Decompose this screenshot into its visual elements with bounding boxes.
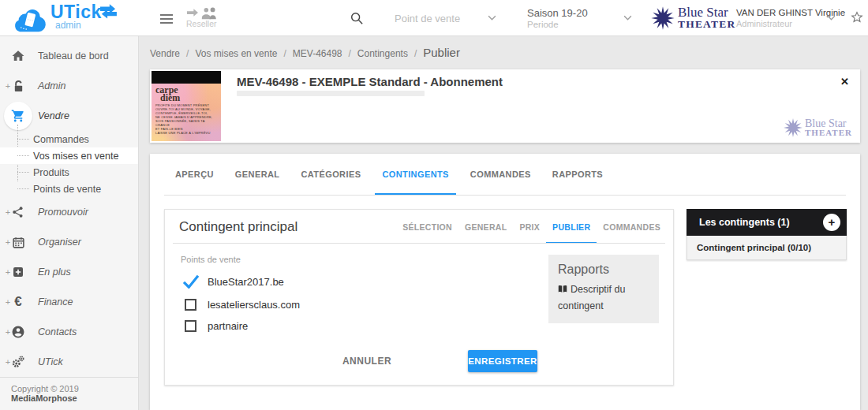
starburst-icon [783,117,803,138]
rapports-title: Rapports [558,263,649,277]
org-name-line1: Blue Star [678,6,735,19]
rapport-descriptif-link[interactable]: Descriptif du contingent [558,281,649,314]
checkbox-lesateliersclaus[interactable]: lesateliersclaus.com [182,295,300,314]
lock-icon [10,78,26,94]
breadcrumb-mev[interactable]: MEV-46498 [293,48,342,59]
breadcrumb-vendre[interactable]: Vendre [150,48,180,59]
tab-contingents[interactable]: CONTINGENTS [382,154,448,195]
app-logo[interactable]: UTick admin [11,2,118,34]
breadcrumb-contingents[interactable]: Contingents [357,48,408,59]
sidebar-item-finance[interactable]: + € Finance [0,287,138,317]
tab-rapports[interactable]: RAPPORTS [552,154,603,195]
contingent-tabs: SÉLECTION GENERAL PRIX PUBLIER COMMANDES [402,210,660,244]
close-icon[interactable]: ✕ [840,76,849,88]
event-poster-image: carpe diem PROFITE DU MOMENT PRÉSENT OUV… [152,71,221,141]
breadcrumb-separator: / [349,48,351,59]
chevron-down-icon[interactable] [488,15,496,20]
checkbox-partnaire[interactable]: partnaire [182,316,248,335]
euro-icon: € [10,294,26,310]
period-dropdown[interactable]: Saison 19-20 Periode [527,7,588,29]
sidebar-item-vendre[interactable]: × Vendre [0,101,138,131]
search-icon[interactable] [350,11,364,25]
cloud-logo-icon [11,2,49,34]
save-button[interactable]: ENREGISTRER [468,350,537,372]
tab-apercu[interactable]: APERÇU [175,154,214,195]
sidebar-item-en-plus[interactable]: + En plus [0,257,138,287]
contingent-list-item[interactable]: Contingent principal (0/10) [687,236,847,260]
sidebar-item-points-de-vente[interactable]: Points de vente [0,181,138,197]
sidebar-item-label: UTick [38,356,63,367]
sidebar-item-organiser[interactable]: + Organiser [0,227,138,257]
pos-filter-dropdown[interactable]: Point de vente [395,13,460,24]
checked-checkbox-icon [182,274,200,289]
checkbox-label: partnaire [208,320,248,332]
sidebar: Tableau de bord + Admin × Vendre Command… [0,36,139,410]
subtab-publier[interactable]: PUBLIER [552,210,590,244]
breadcrumb-separator: / [414,48,417,59]
calendar-icon [10,234,26,250]
sidebar-item-label: Vendre [38,110,69,121]
share-icon [10,204,26,220]
sidebar-item-tableau-de-bord[interactable]: Tableau de bord [0,41,138,71]
gears-icon [10,354,26,370]
tab-categories[interactable]: CATÉGORIES [301,154,361,195]
organization-logo: Blue Star THEATER [650,6,735,31]
event-title: MEV-46498 - EXEMPLE Standard - Abonnemen… [237,75,503,88]
sidebar-item-label: Promouvoir [38,207,88,218]
active-icon-circle [4,102,32,130]
sales-progress-bar [237,91,425,96]
sidebar-item-label: Finance [38,296,73,308]
sidebar-item-produits[interactable]: Produits [0,164,138,181]
home-icon [10,48,26,64]
top-bar: UTick admin Reseller Point de vente Sais… [0,0,868,36]
arrow-right-icon [186,9,198,17]
cancel-button[interactable]: ANNULER [336,350,398,372]
tab-commandes[interactable]: COMMANDES [470,154,531,195]
add-contingent-button[interactable]: + [823,214,840,231]
starburst-icon [650,6,675,31]
copyright-brand: MediaMorphose [11,393,77,403]
subtab-commandes[interactable]: COMMANDES [603,210,660,244]
sidebar-item-contacts[interactable]: + Contacts [0,317,138,347]
main-tabs: APERÇU GENERAL CATÉGORIES CONTINGENTS CO… [164,154,846,196]
checkbox-label: BlueStar2017.be [208,276,284,288]
period-label: Periode [527,20,588,29]
mev-detail-card: APERÇU GENERAL CATÉGORIES CONTINGENTS CO… [150,154,860,410]
subtab-prix[interactable]: PRIX [519,210,540,244]
sidebar-item-admin[interactable]: + Admin [0,71,138,101]
menu-toggle-icon[interactable] [160,14,173,26]
sidebar-item-label: En plus [38,266,71,278]
copyright-footer: Copyright © 2019 MediaMorphose [0,377,138,410]
contingents-panel: Les contingents (1) + Contingent princip… [687,209,847,260]
subtab-selection[interactable]: SÉLECTION [402,210,452,244]
reseller-label: Reseller [186,19,218,28]
logo-arrows-icon [99,3,118,19]
reseller-shortcut[interactable]: Reseller [186,6,218,28]
rapports-box: Rapports Descriptif du contingent [548,255,659,323]
sidebar-item-label: Tableau de bord [38,50,109,62]
unchecked-checkbox-icon [185,320,196,332]
sidebar-item-label: Contacts [38,326,77,337]
sidebar-item-label: Admin [38,80,65,91]
subtab-general[interactable]: GENERAL [465,210,507,244]
contingents-panel-header: Les contingents (1) + [687,209,847,236]
chevron-down-icon[interactable] [827,15,836,20]
logo-title: UTick [51,2,102,21]
checkbox-bluestar2017[interactable]: BlueStar2017.be [182,272,284,291]
sidebar-item-vos-mises-en-vente[interactable]: Vos mises en vente [0,147,138,164]
sidebar-item-promouvoir[interactable]: + Promouvoir [0,197,138,227]
breadcrumb-vos-mises-en-vente[interactable]: Vos mises en vente [195,48,277,59]
period-value: Saison 19-20 [527,7,588,19]
breadcrumb-separator: / [283,48,286,59]
plus-box-icon [10,264,26,280]
points-de-vente-label: Points de vente [181,255,241,264]
vendre-submenu: Commandes Vos mises en vente Produits Po… [0,131,138,197]
favorite-star-icon[interactable] [850,10,864,24]
sidebar-item-commandes[interactable]: Commandes [0,131,138,147]
contact-person-icon [10,324,26,340]
tab-general[interactable]: GENERAL [235,154,280,195]
event-banner: carpe diem PROFITE DU MOMENT PRÉSENT OUV… [150,69,860,143]
banner-org-logo: Blue Star THEATER [783,117,852,138]
chevron-down-icon[interactable] [623,15,632,20]
sidebar-item-utick[interactable]: + UTick [0,347,138,377]
